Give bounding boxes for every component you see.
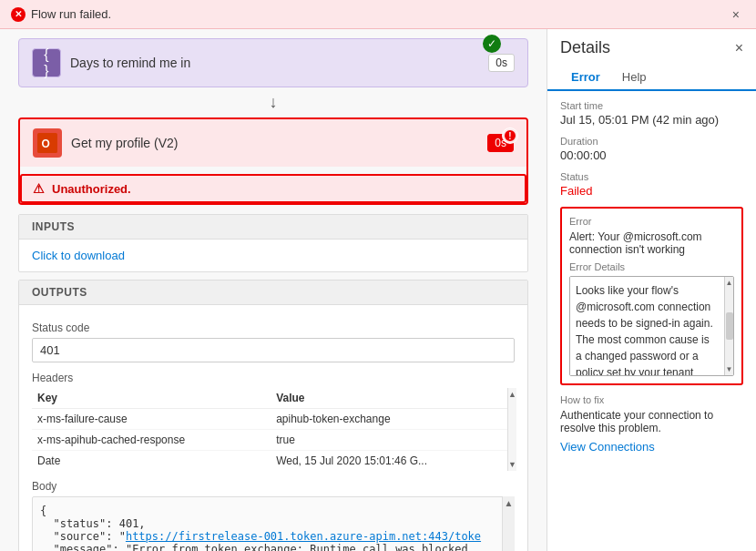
right-panel: Details × Error Help Start time Jul 15, … — [547, 29, 756, 551]
click-to-download-link[interactable]: Click to download — [32, 249, 125, 262]
header-key: Date — [32, 451, 271, 472]
tab-help[interactable]: Help — [611, 65, 658, 91]
right-close-button[interactable]: × — [735, 40, 743, 56]
office-icon: O — [37, 133, 57, 153]
inputs-body: Click to download — [19, 240, 527, 271]
error-details-scrollbar[interactable]: ▲ ▼ — [724, 277, 733, 375]
headers-label: Headers — [32, 372, 515, 384]
error-icon: ✕ — [11, 7, 26, 22]
arrow-connector: ↓ — [18, 93, 528, 112]
left-panel: { } Days to remind me in 0s ↓ O Get my p… — [0, 29, 547, 551]
start-time-value: Jul 15, 05:01 PM (42 min ago) — [560, 113, 743, 127]
headers-table: Key Value x-ms-failure-causeapihub-token… — [32, 388, 515, 471]
top-error-bar: ✕ Flow run failed. × — [0, 0, 756, 29]
unauthorized-text: Unauthorized. — [52, 182, 131, 196]
outputs-section: OUTPUTS Status code 401 Headers Key Valu… — [18, 280, 528, 551]
error-details-text: Looks like your flow's @microsoft.com co… — [576, 282, 728, 376]
days-badge: 0s — [488, 54, 515, 72]
body-link[interactable]: https://firstrelease-001.token.azure-api… — [126, 530, 481, 543]
days-label: Days to remind me in — [70, 56, 488, 70]
profile-block[interactable]: O Get my profile (V2) ✓ 0s ! — [20, 119, 526, 167]
days-icon-box: { } — [32, 48, 61, 77]
start-time-row: Start time Jul 15, 05:01 PM (42 min ago) — [560, 100, 743, 127]
right-title: Details — [560, 38, 610, 57]
how-to-fix-row: How to fix Authenticate your connection … — [560, 394, 743, 454]
headers-scrollbar[interactable]: ▲ ▼ — [507, 388, 516, 471]
top-close-button[interactable]: × — [727, 5, 745, 24]
days-icon: { } — [44, 46, 48, 79]
outputs-body: Status code 401 Headers Key Value x-ms-f… — [19, 305, 527, 551]
body-code: { "status": 401, "source": "https://firs… — [32, 496, 515, 551]
body-label: Body — [32, 480, 515, 493]
headers-container: Key Value x-ms-failure-causeapihub-token… — [32, 388, 515, 471]
headers-scroll-down-icon[interactable]: ▼ — [508, 460, 516, 469]
body-container: { "status": 401, "source": "https://firs… — [32, 496, 515, 551]
exclamation-icon: ! — [503, 128, 517, 143]
error-alert-text: Alert: Your @microsoft.com connection is… — [569, 230, 734, 256]
inputs-header: INPUTS — [19, 215, 527, 240]
header-key: x-ms-apihub-cached-response — [32, 430, 271, 451]
headers-scroll-up-icon[interactable]: ▲ — [508, 390, 516, 399]
headers-col-value: Value — [271, 388, 515, 409]
how-to-fix-label: How to fix — [560, 394, 743, 405]
tab-error[interactable]: Error — [560, 65, 611, 91]
error-details-textarea[interactable]: Looks like your flow's @microsoft.com co… — [569, 276, 734, 376]
main-layout: { } Days to remind me in 0s ↓ O Get my p… — [0, 29, 756, 551]
duration-row: Duration 00:00:00 — [560, 136, 743, 162]
status-code-label: Status code — [32, 321, 515, 334]
badge-wrapper: 0s ! — [487, 134, 514, 152]
error-scroll-up-icon[interactable]: ▲ — [726, 279, 733, 287]
table-row: DateWed, 15 Jul 2020 15:01:46 G... — [32, 451, 515, 472]
unauthorized-bar: ⚠ Unauthorized. — [20, 174, 526, 203]
status-value: Failed — [560, 184, 743, 198]
start-time-label: Start time — [560, 100, 743, 111]
status-code-value: 401 — [32, 338, 515, 362]
profile-icon-box: O — [33, 128, 62, 158]
warning-icon: ⚠ — [33, 181, 45, 196]
error-box: Error Alert: Your @microsoft.com connect… — [560, 207, 743, 385]
error-message-text: Flow run failed. — [31, 7, 111, 21]
status-label: Status — [560, 171, 743, 182]
days-remind-block[interactable]: { } Days to remind me in 0s — [18, 38, 528, 87]
headers-col-key: Key — [32, 388, 271, 409]
view-connections-link[interactable]: View Connections — [560, 440, 655, 454]
how-to-fix-text: Authenticate your connection to resolve … — [560, 409, 743, 434]
table-row: x-ms-apihub-cached-responsetrue — [32, 430, 515, 451]
right-tabs: Error Help — [547, 65, 756, 91]
svg-text:O: O — [42, 138, 50, 150]
body-scrollbar[interactable]: ▲ ▼ — [502, 496, 515, 551]
duration-label: Duration — [560, 136, 743, 147]
duration-value: 00:00:00 — [560, 148, 743, 162]
header-value: Wed, 15 Jul 2020 15:01:46 G... — [271, 451, 515, 472]
header-key: x-ms-failure-cause — [32, 409, 271, 430]
error-scroll-down-icon[interactable]: ▼ — [726, 365, 733, 373]
header-value: apihub-token-exchange — [271, 409, 515, 430]
right-header: Details × — [547, 29, 756, 57]
body-scroll-up-icon[interactable]: ▲ — [505, 498, 514, 508]
error-details-label: Error Details — [569, 261, 734, 272]
inputs-section: INPUTS Click to download — [18, 214, 528, 272]
error-message-container: ✕ Flow run failed. — [11, 7, 111, 22]
table-row: x-ms-failure-causeapihub-token-exchange — [32, 409, 515, 430]
green-check-icon: ✓ — [483, 35, 501, 53]
arrow-down-icon: ↓ — [270, 93, 278, 112]
right-content: Start time Jul 15, 05:01 PM (42 min ago)… — [547, 91, 756, 551]
status-row: Status Failed — [560, 171, 743, 198]
outputs-header: OUTPUTS — [19, 281, 527, 305]
profile-label: Get my profile (V2) — [71, 136, 487, 150]
header-value: true — [271, 430, 515, 451]
profile-block-wrapper: O Get my profile (V2) ✓ 0s ! ⚠ Unauthori… — [18, 117, 528, 205]
error-scroll-thumb — [726, 312, 733, 340]
error-box-label: Error — [569, 216, 734, 227]
